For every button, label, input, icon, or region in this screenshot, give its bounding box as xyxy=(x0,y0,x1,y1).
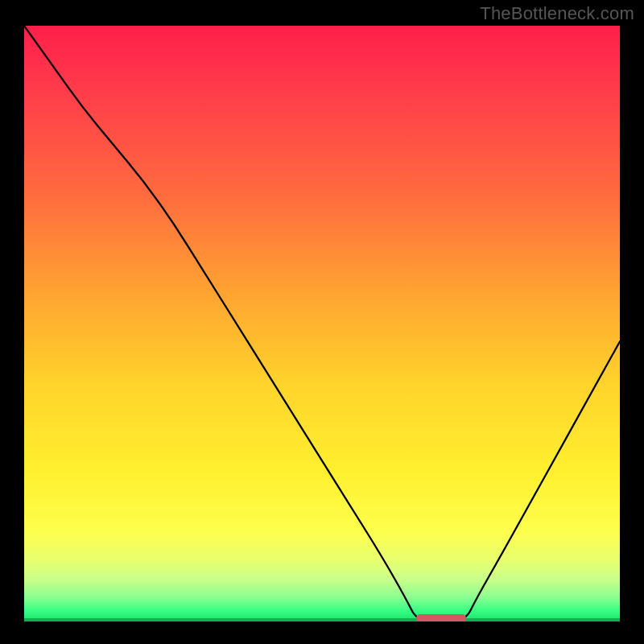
bottleneck-curve-path xyxy=(24,26,620,621)
watermark-label: TheBottleneck.com xyxy=(480,3,634,24)
plot-area xyxy=(24,26,620,621)
bottleneck-curve xyxy=(24,26,620,621)
optimum-marker xyxy=(416,614,467,621)
chart-container: TheBottleneck.com xyxy=(0,0,644,644)
